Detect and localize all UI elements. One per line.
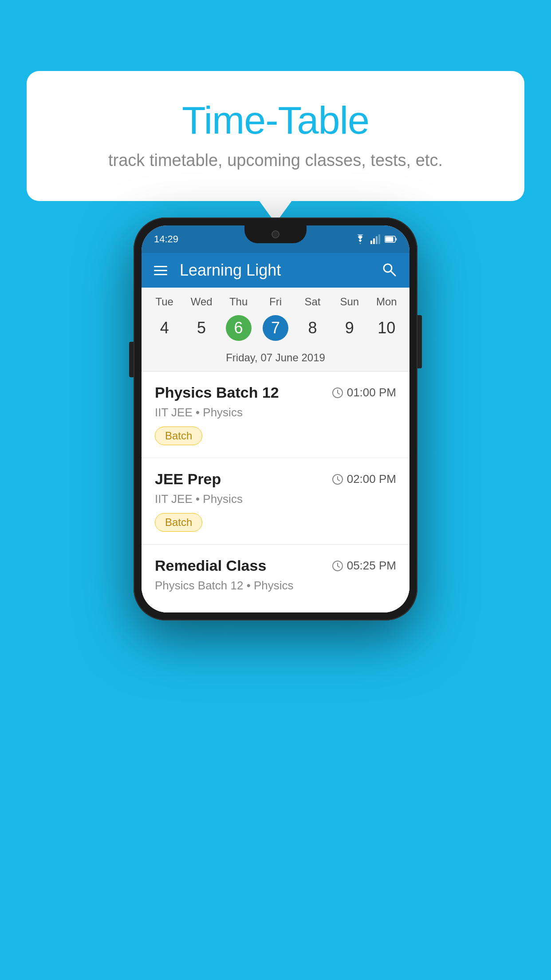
day-7-selected[interactable]: 7: [263, 315, 288, 341]
schedule-item-2-time-text: 02:00 PM: [347, 472, 396, 486]
schedule-item-3[interactable]: Remedial Class 05:25 PM Physics Batch 12…: [142, 545, 409, 612]
svg-rect-1: [373, 238, 375, 244]
schedule-item-3-title: Remedial Class: [155, 557, 266, 574]
bubble-subtitle: track timetable, upcoming classes, tests…: [62, 151, 489, 170]
app-bar: Learning Light: [142, 253, 409, 288]
speech-bubble: Time-Table track timetable, upcoming cla…: [27, 71, 524, 201]
svg-line-17: [338, 566, 339, 567]
svg-rect-6: [396, 238, 397, 241]
schedule-item-2-header: JEE Prep 02:00 PM: [155, 470, 396, 488]
phone-outer: 14:29: [134, 217, 417, 620]
schedule-item-1-time: 01:00 PM: [332, 386, 396, 399]
schedule-item-2-badge: Batch: [155, 513, 202, 532]
app-title: Learning Light: [180, 261, 381, 280]
schedule-item-3-time-text: 05:25 PM: [347, 559, 396, 573]
day-header-tue: Tue: [146, 296, 183, 308]
svg-rect-2: [376, 236, 378, 244]
schedule-item-3-header: Remedial Class 05:25 PM: [155, 557, 396, 574]
battery-icon: [385, 235, 397, 243]
clock-icon: [332, 387, 343, 399]
schedule-list: Physics Batch 12 01:00 PM IIT JEE • Phys…: [142, 371, 409, 612]
clock-icon-2: [332, 474, 343, 485]
phone-mockup: 14:29: [134, 217, 417, 620]
day-header-sat: Sat: [294, 296, 331, 308]
day-header-mon: Mon: [368, 296, 405, 308]
schedule-item-1[interactable]: Physics Batch 12 01:00 PM IIT JEE • Phys…: [142, 371, 409, 458]
svg-rect-3: [378, 234, 380, 244]
schedule-item-2-subtitle: IIT JEE • Physics: [155, 492, 396, 506]
clock-icon-3: [332, 560, 343, 572]
schedule-item-2-title: JEE Prep: [155, 470, 221, 488]
schedule-item-1-subtitle: IIT JEE • Physics: [155, 406, 396, 419]
speech-bubble-section: Time-Table track timetable, upcoming cla…: [27, 71, 524, 201]
status-icons: [354, 234, 397, 244]
schedule-item-3-subtitle: Physics Batch 12 • Physics: [155, 579, 396, 593]
wifi-icon: [354, 234, 366, 244]
notch: [244, 225, 307, 243]
schedule-item-2[interactable]: JEE Prep 02:00 PM IIT JEE • Physics Batc…: [142, 458, 409, 545]
day-6-today[interactable]: 6: [226, 315, 252, 341]
day-10[interactable]: 10: [368, 315, 405, 341]
schedule-item-1-badge: Batch: [155, 427, 202, 445]
day-header-thu: Thu: [220, 296, 257, 308]
day-header-fri: Fri: [257, 296, 294, 308]
svg-line-14: [338, 479, 339, 481]
schedule-item-3-time: 05:25 PM: [332, 559, 396, 573]
schedule-item-2-time: 02:00 PM: [332, 472, 396, 486]
schedule-item-1-title: Physics Batch 12: [155, 384, 279, 401]
bubble-title: Time-Table: [62, 98, 489, 143]
camera: [272, 230, 279, 238]
selected-date-label: Friday, 07 June 2019: [142, 348, 409, 371]
svg-line-8: [391, 271, 395, 276]
svg-rect-5: [386, 237, 394, 242]
search-icon[interactable]: [381, 261, 397, 279]
day-header-wed: Wed: [183, 296, 220, 308]
svg-line-11: [338, 393, 339, 394]
day-4[interactable]: 4: [146, 315, 183, 341]
day-headers: Tue Wed Thu Fri Sat Sun Mon: [142, 288, 409, 312]
day-5[interactable]: 5: [183, 315, 220, 341]
svg-rect-0: [370, 241, 372, 244]
day-numbers: 4 5 6 7 8 9 10: [142, 312, 409, 348]
schedule-item-1-time-text: 01:00 PM: [347, 386, 396, 399]
day-header-sun: Sun: [331, 296, 368, 308]
phone-screen: 14:29: [142, 225, 409, 612]
signal-icon: [370, 234, 380, 244]
status-time: 14:29: [154, 233, 178, 245]
calendar-section: Tue Wed Thu Fri Sat Sun Mon 4 5 6 7 8 9 …: [142, 288, 409, 371]
hamburger-menu-icon[interactable]: [154, 266, 167, 275]
status-bar: 14:29: [142, 225, 409, 253]
day-8[interactable]: 8: [294, 315, 331, 341]
day-9[interactable]: 9: [331, 315, 368, 341]
schedule-item-1-header: Physics Batch 12 01:00 PM: [155, 384, 396, 401]
